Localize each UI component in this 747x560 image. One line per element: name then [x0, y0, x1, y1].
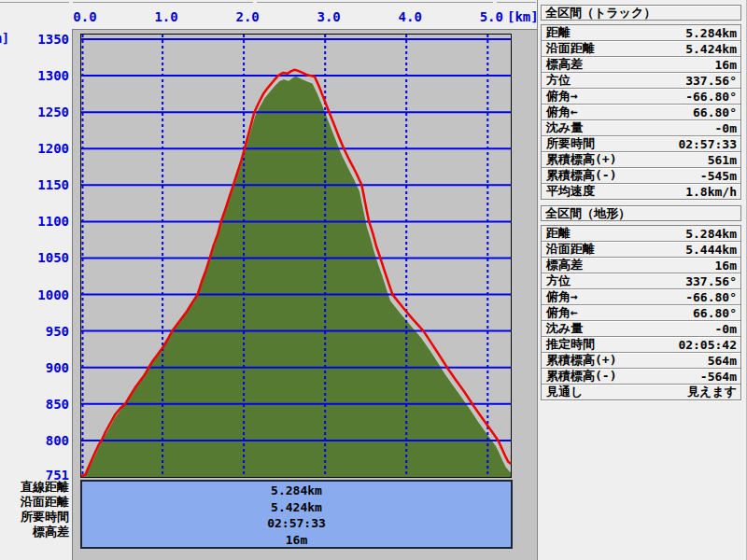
summary-row-label: 沿面距離 — [0, 496, 69, 509]
stats-row: 標高差16m — [542, 57, 740, 73]
stat-value: -564m — [700, 370, 740, 384]
stat-value: 16m — [715, 58, 740, 72]
stat-label: 累積標高(-) — [542, 167, 616, 184]
x-tick-label: 5.0 — [472, 9, 510, 24]
stats-row: 平均速度1.8km/h — [542, 184, 740, 199]
x-axis-unit-label: [km] — [507, 9, 539, 24]
stat-value: 5.284km — [685, 26, 740, 40]
stats-row: 累積標高(+)564m — [542, 353, 740, 369]
terrain-area — [81, 76, 511, 477]
stats-row: 累積標高(+)561m — [542, 152, 740, 168]
elevation-plot[interactable] — [80, 34, 512, 478]
top-divider-segment — [0, 2, 69, 3]
section-header: 全区間（トラック） — [541, 5, 741, 21]
stats-row: 推定時間02:05:42 — [542, 337, 740, 353]
y-tick-label: 1250 — [0, 105, 69, 119]
summary-value: 5.424km — [82, 499, 511, 516]
y-tick-label: 1150 — [0, 177, 69, 192]
stat-value: -66.80° — [685, 90, 740, 104]
stats-row: 俯角→-66.80° — [542, 289, 740, 305]
stats-row: 方位337.56° — [542, 273, 740, 289]
elevation-profile-window: { "axes": { "x_ticks": ["0.0", "1.0", "2… — [0, 0, 747, 560]
stat-value: 66.80° — [693, 105, 740, 119]
y-tick-label: 950 — [0, 324, 69, 339]
stat-value: 337.56° — [685, 74, 740, 88]
stat-label: 沿面距離 — [542, 40, 595, 57]
stat-label: 累積標高(+) — [542, 352, 616, 369]
stat-value: 5.444km — [685, 243, 740, 257]
summary-value: 02:57:33 — [82, 515, 511, 532]
stat-value: 66.80° — [693, 306, 740, 320]
stat-value: 5.424km — [685, 42, 740, 56]
stats-row: 沿面距離5.444km — [542, 242, 740, 258]
stats-row: 俯角→-66.80° — [542, 89, 740, 105]
stats-row: 沈み量-0m — [542, 321, 740, 337]
x-tick-label: 1.0 — [148, 9, 185, 24]
stat-value: 5.284km — [685, 227, 740, 241]
x-tick-label: 2.0 — [229, 9, 266, 24]
stats-table: 距離5.284km沿面距離5.424km標高差16m方位337.56°俯角→-6… — [541, 24, 741, 200]
stat-value: 561m — [708, 153, 740, 167]
stat-label: 俯角→ — [542, 88, 578, 105]
stats-sidebar: 全区間（トラック）距離5.284km沿面距離5.424km標高差16m方位337… — [537, 0, 747, 560]
stat-value: 1.8km/h — [685, 185, 740, 199]
stat-label: 所要時間 — [542, 135, 595, 152]
y-tick-label: 1300 — [0, 68, 69, 83]
stat-value: -0m — [715, 121, 740, 135]
stats-row: 累積標高(-)-564m — [542, 369, 740, 385]
top-divider-segment — [497, 2, 536, 3]
summary-value: 16m — [82, 532, 511, 549]
y-tick-label: 850 — [0, 397, 69, 412]
stat-value: 337.56° — [685, 274, 740, 288]
stat-value: 02:05:42 — [678, 338, 740, 352]
stat-label: 俯角← — [542, 304, 578, 321]
stat-label: 俯角→ — [542, 288, 578, 305]
x-tick-label: 4.0 — [391, 9, 429, 24]
stat-label: 累積標高(-) — [542, 368, 616, 385]
stat-label: 標高差 — [542, 56, 583, 73]
stat-value: 16m — [715, 259, 740, 273]
stat-value: -0m — [715, 322, 740, 336]
y-tick-label: 1000 — [0, 287, 69, 302]
stat-value: -545m — [700, 169, 740, 183]
stats-row: 沈み量-0m — [542, 120, 740, 136]
stat-label: 方位 — [542, 273, 571, 289]
y-tick-label: 1050 — [0, 250, 69, 265]
section-header: 全区間（地形） — [541, 205, 741, 221]
summary-value: 5.284km — [82, 483, 511, 499]
stat-label: 方位 — [542, 72, 571, 89]
stat-label: 距離 — [542, 24, 571, 41]
summary-row-label: 直線距離 — [0, 481, 69, 494]
stat-label: 累積標高(+) — [542, 151, 616, 168]
stats-row: 所要時間02:57:33 — [542, 136, 740, 152]
stat-label: 標高差 — [542, 257, 583, 273]
top-divider-segment — [257, 2, 493, 3]
profile-graph-panel: 5.284km5.424km02:57:3316m — [72, 29, 538, 560]
stat-value: 02:57:33 — [678, 137, 740, 151]
y-tick-label: 1100 — [0, 214, 69, 229]
stat-label: 距離 — [542, 225, 571, 242]
stat-value: 見えます — [687, 384, 740, 400]
top-divider-segment — [73, 2, 253, 3]
plot-area[interactable] — [81, 35, 511, 477]
stats-row: 標高差16m — [542, 258, 740, 273]
stat-label: 俯角← — [542, 104, 578, 120]
stat-label: 沈み量 — [542, 119, 583, 136]
stat-value: 564m — [708, 354, 740, 368]
summary-row-label: 所要時間 — [0, 511, 69, 524]
stats-table: 距離5.284km沿面距離5.444km標高差16m方位337.56°俯角→-6… — [541, 225, 741, 400]
stat-label: 沈み量 — [542, 320, 583, 337]
y-tick-label: 900 — [0, 360, 69, 375]
x-tick-label: 3.0 — [310, 9, 347, 24]
stat-label: 推定時間 — [542, 336, 595, 353]
summary-box: 5.284km5.424km02:57:3316m — [80, 480, 513, 549]
stats-row: 沿面距離5.424km — [542, 41, 740, 57]
summary-row-label: 標高差 — [0, 525, 69, 539]
y-tick-label: 800 — [0, 433, 69, 448]
stats-row: 俯角←66.80° — [542, 305, 740, 321]
stat-label: 平均速度 — [542, 183, 595, 200]
stat-label: 見通し — [542, 384, 583, 400]
stats-row: 見通し見えます — [542, 385, 740, 399]
stats-row: 方位337.56° — [542, 73, 740, 89]
y-tick-label: 1200 — [0, 141, 69, 156]
